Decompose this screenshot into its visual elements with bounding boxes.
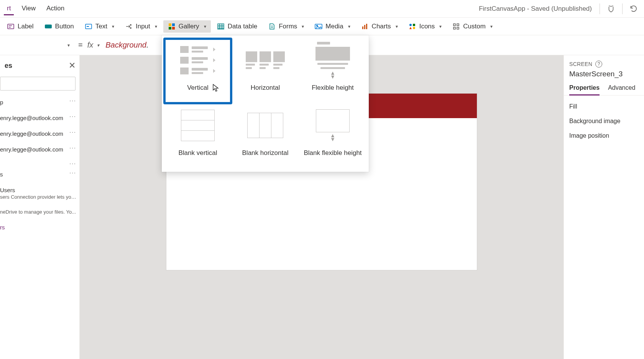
left-panel: es ✕ p ··· enry.legge@outlook.com ··· en… <box>0 55 80 359</box>
left-search-input[interactable] <box>0 77 76 91</box>
property-background-image[interactable]: Background image <box>564 114 644 128</box>
svg-rect-0 <box>8 24 14 29</box>
formula-suffix: . <box>146 41 149 49</box>
more-icon[interactable]: ··· <box>69 97 76 104</box>
more-icon[interactable]: ··· <box>69 145 76 151</box>
ribbon-custom-text: Custom <box>463 23 486 30</box>
list-item[interactable]: rs <box>0 219 79 235</box>
menubar-divider-2 <box>622 3 623 14</box>
ribbon-forms-button[interactable]: Forms ▾ <box>263 20 309 33</box>
chevron-down-icon: ▾ <box>490 24 493 29</box>
chevron-down-icon: ▾ <box>348 24 350 29</box>
chevron-down-icon: ▾ <box>112 24 114 29</box>
fx-button[interactable]: fx ▾ <box>87 41 104 49</box>
list-item-text: rs <box>0 224 77 231</box>
gallery-option-blank-vertical[interactable]: Blank vertical <box>164 104 232 169</box>
custom-icon <box>452 23 460 30</box>
svg-rect-19 <box>457 24 459 26</box>
list-item-subtext: neDrive to manage your files. Yo... <box>0 209 77 215</box>
svg-point-4 <box>130 27 131 28</box>
gallery-option-blank-horizontal[interactable]: Blank horizontal <box>232 104 299 169</box>
property-image-position[interactable]: Image position <box>564 128 644 143</box>
text-icon <box>85 23 92 30</box>
gallery-option-blank-flexible-height[interactable]: ▲▼ Blank flexible height <box>299 104 366 169</box>
svg-rect-18 <box>453 24 455 26</box>
ribbon-input-text: Input <box>136 23 150 30</box>
svg-point-11 <box>317 25 318 26</box>
property-fill[interactable]: Fill <box>564 99 644 114</box>
list-item[interactable]: p ··· <box>0 94 79 110</box>
list-item[interactable]: Users sers Connection provider lets you … <box>0 182 79 204</box>
more-icon[interactable]: ··· <box>69 113 76 119</box>
button-icon <box>44 23 52 30</box>
menubar-divider <box>600 3 600 14</box>
gallery-thumb-horizontal <box>245 41 286 80</box>
gallery-option-horizontal[interactable]: Horizontal <box>232 38 299 104</box>
ribbon-custom-button[interactable]: Custom ▾ <box>448 20 497 33</box>
ribbon-icons-button[interactable]: Icons ▾ <box>404 20 447 33</box>
charts-icon <box>361 23 369 30</box>
ribbon-datatable-button[interactable]: Data table <box>212 20 262 33</box>
list-item[interactable]: enry.legge@outlook.com ··· <box>0 126 79 142</box>
gallery-thumb-flexible: ▲▼ <box>312 41 353 80</box>
list-item-text: enry.legge@outlook.com <box>0 130 77 137</box>
property-selector[interactable]: ▾ <box>2 38 74 52</box>
formula-prefix: Background <box>105 41 146 49</box>
undo-icon[interactable] <box>625 5 642 13</box>
list-item[interactable]: enry.legge@outlook.com ··· <box>0 142 79 157</box>
gallery-option-flexible-height[interactable]: ▲▼ Flexible height <box>299 38 366 104</box>
list-item[interactable]: enry.legge@outlook.com ··· <box>0 110 79 126</box>
ribbon-icons-text: Icons <box>419 23 435 30</box>
datatable-icon <box>217 23 225 30</box>
ribbon-button-text: Button <box>55 23 74 30</box>
ribbon-input-button[interactable]: Input ▾ <box>120 20 162 33</box>
list-item[interactable]: s ··· <box>0 166 79 182</box>
more-icon[interactable]: ··· <box>69 129 76 135</box>
chevron-down-icon: ▾ <box>67 43 70 48</box>
menu-bar: rt View Action FirstCanvasApp - Saved (U… <box>0 0 644 18</box>
more-icon[interactable]: ··· <box>69 160 76 166</box>
ribbon-label-button[interactable]: Label <box>2 20 38 33</box>
ribbon-text-text: Text <box>95 23 107 30</box>
media-icon <box>315 23 322 30</box>
tab-properties[interactable]: Properties <box>569 82 600 95</box>
more-icon[interactable]: ··· <box>69 170 76 176</box>
tab-advanced[interactable]: Advanced <box>608 82 635 95</box>
svg-point-3 <box>130 24 131 25</box>
gallery-option-label: Blank horizontal <box>242 149 289 166</box>
list-item-text: p <box>0 99 77 105</box>
svg-rect-8 <box>172 27 175 30</box>
icons-icon <box>409 23 416 30</box>
ribbon-text-button[interactable]: Text ▾ <box>80 20 119 33</box>
svg-rect-12 <box>362 26 363 29</box>
chevron-down-icon: ▾ <box>396 24 398 29</box>
svg-rect-14 <box>366 24 367 29</box>
app-checker-icon[interactable] <box>602 5 620 13</box>
gallery-thumb-vertical <box>177 41 219 80</box>
ribbon-media-button[interactable]: Media ▾ <box>310 20 355 33</box>
tab-view[interactable]: View <box>16 2 41 15</box>
svg-point-15 <box>409 24 412 26</box>
svg-point-17 <box>413 27 415 29</box>
right-panel-heading: SCREEN <box>569 61 592 67</box>
tab-insert[interactable]: rt <box>2 2 16 15</box>
left-panel-title: es <box>5 62 12 70</box>
ribbon-gallery-button[interactable]: Gallery ▾ <box>163 20 211 33</box>
tab-action[interactable]: Action <box>41 2 70 15</box>
gallery-option-vertical[interactable]: Vertical <box>164 38 232 104</box>
ribbon-media-text: Media <box>325 23 343 30</box>
list-item-text: s <box>0 171 77 178</box>
list-item[interactable]: neDrive to manage your files. Yo... <box>0 204 79 219</box>
gallery-option-label: Blank flexible height <box>304 149 361 166</box>
help-icon[interactable]: ? <box>595 61 602 68</box>
ribbon-charts-button[interactable]: Charts ▾ <box>356 20 402 33</box>
close-icon[interactable]: ✕ <box>69 61 76 71</box>
left-list: p ··· enry.legge@outlook.com ··· enry.le… <box>0 94 79 235</box>
list-item-text: enry.legge@outlook.com <box>0 115 77 121</box>
ribbon-button-button[interactable]: Button <box>40 20 79 33</box>
chevron-down-icon: ▾ <box>302 24 304 29</box>
list-item[interactable]: ··· <box>0 157 79 166</box>
gallery-option-label: Vertical <box>187 84 209 101</box>
chevron-down-icon: ▾ <box>155 24 157 29</box>
svg-rect-16 <box>413 24 415 26</box>
